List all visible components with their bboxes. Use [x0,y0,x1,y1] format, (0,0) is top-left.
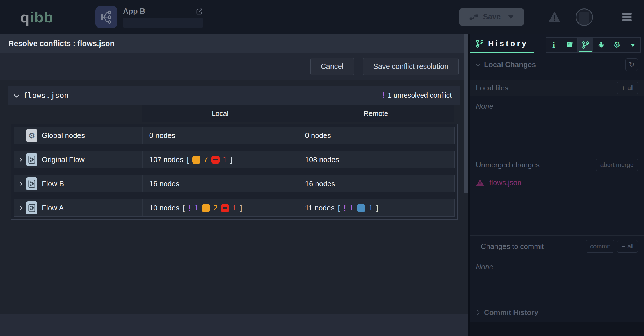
collapse-chevron-icon[interactable] [14,92,19,97]
file-conflict-panel: flows.json ! 1 unresolved conflict Local… [8,86,460,220]
changes-to-commit-label: Changes to commit [481,242,544,251]
node-count: 0 nodes [305,131,331,140]
file-panel-header[interactable]: flows.json ! 1 unresolved conflict [8,86,460,105]
alerts-button[interactable] [548,11,561,23]
section-commit-history[interactable]: Commit History [470,303,644,322]
remote-cell: 16 nodes [298,175,454,192]
badge-count: 1 [232,204,237,212]
expand-chevron-icon[interactable] [18,157,22,162]
row-label: Original Flow [42,155,85,164]
page-title: Resolve conflicts : flows.json [0,34,468,53]
abort-merge-button[interactable]: abort merge [596,159,638,171]
row-label: Flow B [42,180,64,188]
conflict-content: flows.json ! 1 unresolved conflict Local… [0,80,468,314]
table-row[interactable]: Flow A10 nodes[!121]11 nodes[!11] [14,199,455,217]
local-cell: 16 nodes [142,175,298,192]
qibb-logo[interactable]: qibb [20,10,53,25]
fan-out-icon [100,10,113,24]
commit-button[interactable]: commit [586,240,614,253]
logo-q: q [20,9,30,26]
tab-info[interactable]: i [546,38,562,52]
changed-badge-icon [202,204,210,212]
table-row[interactable]: Flow B16 nodes16 nodes [14,175,455,192]
local-files-label: Local files [476,84,508,92]
deploy-save-button[interactable]: Save [459,8,524,26]
bracket-close: ] [240,204,242,212]
refresh-icon: ↻ [629,61,634,69]
section-unmerged: Unmerged changes abort merge [470,154,644,176]
node-count: 107 nodes [149,155,183,164]
save-conflict-resolution-button[interactable]: Save conflict resolution [363,58,459,75]
expand-chevron-icon[interactable] [18,181,22,186]
conflict-badge-icon: ! [188,204,191,212]
app-flow-icon[interactable] [95,6,117,28]
unstage-all-button[interactable]: − all [617,240,638,253]
tab-settings[interactable]: ⚙ [609,38,625,52]
tab-debug[interactable] [593,38,609,52]
vertical-scrollbar[interactable] [464,34,468,193]
badge-count: 1 [350,204,354,212]
git-branch-icon [582,41,589,49]
expand-chevron-icon[interactable] [18,206,22,210]
chevron-down-icon [630,44,635,47]
info-icon: i [552,41,555,49]
row-header-cell: ⚙Global nodes [14,127,142,144]
remote-cell: 11 nodes[!11] [298,199,454,216]
table-row[interactable]: Original Flow107 nodes[71]108 nodes [14,151,455,168]
user-avatar[interactable] [576,8,593,26]
save-caret-icon [508,15,514,19]
tab-more[interactable] [625,38,640,52]
chevron-down-icon [476,62,480,66]
unmerged-file-name: flows.json [489,178,521,187]
panel-divider [468,34,470,336]
minus-icon: − [621,243,625,250]
tab-history[interactable] [577,38,593,52]
flow-icon [26,201,37,214]
refresh-button[interactable]: ↻ [625,58,638,71]
changed-badge-icon [192,156,200,164]
topbar-actions: Save [459,8,644,26]
badge-count: 1 [194,204,198,212]
tab-library[interactable] [562,38,577,52]
commit-history-label: Commit History [484,308,538,317]
conflict-filename: flows.json [23,91,69,100]
app-root: qibb App B [0,0,644,336]
conflict-status: ! 1 unresolved conflict [382,91,452,99]
git-branch-icon [476,40,484,48]
sidebar-title-underline [470,52,534,53]
config-icon: ⚙ [26,129,37,142]
local-changes-label: Local Changes [484,60,536,69]
chevron-right-icon [475,310,480,315]
changes-to-commit-empty: None [470,257,644,274]
conflict-status-text: 1 unresolved conflict [388,91,452,99]
stage-all-label: all [627,84,634,92]
cancel-button[interactable]: Cancel [310,58,354,75]
badge-count: 2 [213,204,218,212]
unmerged-file-row[interactable]: flows.json [470,176,644,190]
app-meta: App B [123,6,203,28]
node-count: 16 nodes [305,180,335,188]
node-count: 10 nodes [149,204,179,212]
badge-count: 7 [204,155,208,164]
node-count: 16 nodes [149,180,179,188]
node-count: 0 nodes [149,131,175,140]
local-cell: 10 nodes[!121] [142,199,298,216]
conflict-bang-icon: ! [382,91,385,99]
local-files-row: Local files + all [470,80,644,96]
stage-all-button[interactable]: + all [617,82,638,94]
row-header-cell: Flow A [14,199,142,216]
external-link-icon[interactable] [196,8,203,15]
deploy-icon [469,14,478,21]
section-local-changes[interactable]: Local Changes ↻ [470,53,644,76]
plus-icon: + [621,85,625,91]
bracket-close: ] [376,204,378,212]
bracket-open: [ [183,204,185,212]
section-changes-to-commit: Changes to commit commit − all [470,235,644,257]
main-menu-button[interactable] [622,13,632,21]
app-cluster: App B [95,6,203,28]
warning-triangle-icon [476,179,484,187]
row-header-cell: Original Flow [14,151,142,168]
avatar-placeholder [579,12,589,25]
row-label: Global nodes [42,131,85,140]
bug-icon [598,41,605,49]
